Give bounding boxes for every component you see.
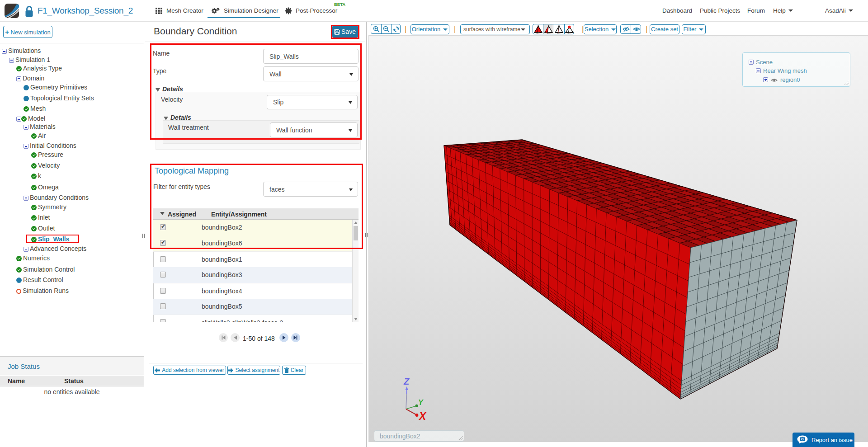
svg-text:X: X (418, 410, 427, 422)
svg-text:Z: Z (403, 377, 410, 386)
svg-text:Y: Y (418, 399, 424, 406)
